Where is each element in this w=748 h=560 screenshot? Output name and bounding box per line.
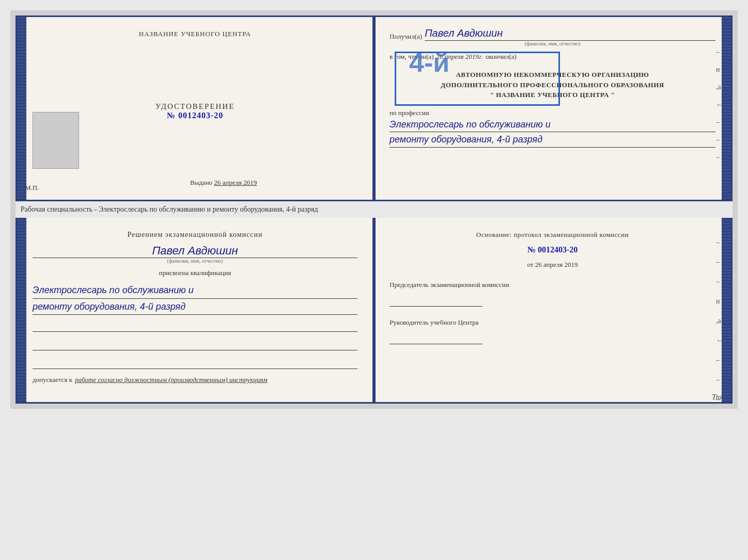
допускается-line: допускается к работе согласно должностны… [33, 376, 357, 384]
chairman-sig-line [389, 292, 482, 307]
qual-hw-line1: Электрослесарь по обслуживанию и [33, 282, 357, 299]
blank-line-2 [33, 340, 357, 350]
blank-line-1 [33, 322, 357, 332]
photo-placeholder [33, 112, 79, 169]
director-title: Руководитель учебного Центра [389, 318, 715, 327]
top-booklet: НАЗВАНИЕ УЧЕБНОГО ЦЕНТРА УДОСТОВЕРЕНИЕ №… [15, 15, 733, 201]
person-name: Павел Авдюшин [33, 244, 357, 258]
director-block: Руководитель учебного Центра [389, 318, 715, 344]
bottom-left-page: Решением экзаменационной комиссии Павел … [17, 218, 374, 402]
mp-label: М.П. [25, 184, 39, 192]
recipient-block: Получил(а) Павел Авдюшин (фамилия, имя, … [389, 27, 715, 46]
recipient-line: Получил(а) Павел Авдюшин [389, 27, 715, 41]
date-completed-line: в том, что он(а) 26 апреля 2019г. окончи… [389, 53, 715, 61]
document-container: НАЗВАНИЕ УЧЕБНОГО ЦЕНТРА УДОСТОВЕРЕНИЕ №… [10, 10, 738, 409]
issued-date: 26 апреля 2019 [214, 179, 257, 186]
допускается-label: допускается к [33, 376, 72, 384]
binding-right-bottom [722, 218, 731, 402]
top-right-page: Получил(а) Павел Авдюшин (фамилия, имя, … [374, 17, 731, 200]
org-line3: " НАЗВАНИЕ УЧЕБНОГО ЦЕНТРА " [389, 90, 715, 100]
blank-line-3 [33, 359, 357, 369]
qualification-block: Электрослесарь по обслуживанию и ремонту… [33, 282, 357, 315]
received-label: Получил(а) [389, 33, 422, 41]
basis-title: Основание: протокол экзаменационной коми… [389, 231, 715, 239]
org-line2: ДОПОЛНИТЕЛЬНОГО ПРОФЕССИОНАЛЬНОГО ОБРАЗО… [389, 80, 715, 90]
completed-label: окончил(а) [486, 53, 517, 61]
tto-text: Tto [712, 393, 722, 402]
issued-label: Выдано [190, 179, 212, 186]
in-that-label: в том, что он(а) [389, 53, 434, 61]
cert-title-block: УДОСТОВЕРЕНИЕ № 0012403-20 [155, 102, 235, 120]
person-block: Павел Авдюшин (фамилия, имя, отчество) [33, 244, 357, 264]
fio-caption-top: (фамилия, имя, отчество) [389, 41, 715, 46]
допускается-value: работе согласно должностным (производств… [75, 376, 267, 384]
binding-right [722, 17, 731, 200]
date-from-label: от [527, 261, 533, 268]
bottom-right-page: Основание: протокол экзаменационной коми… [374, 218, 731, 402]
fio-sub-bottom: (фамилия, имя, отчество) [33, 258, 357, 264]
issued-line: Выдано 26 апреля 2019 [190, 179, 257, 187]
profession-hw-line2: ремонту оборудования, 4-й разряд [389, 132, 715, 148]
date-from-value: 26 апреля 2019 [535, 261, 578, 268]
cert-label: УДОСТОВЕРЕНИЕ [155, 102, 235, 111]
qual-hw-line2: ремонту оборудования, 4-й разряд [33, 299, 357, 315]
training-center-title-left: НАЗВАНИЕ УЧЕБНОГО ЦЕНТРА [139, 30, 251, 38]
top-left-page: НАЗВАНИЕ УЧЕБНОГО ЦЕНТРА УДОСТОВЕРЕНИЕ №… [17, 17, 374, 200]
exam-commission-title: Решением экзаменационной комиссии [33, 231, 357, 239]
profession-label: по профессии [389, 109, 715, 117]
profession-block: по профессии Электрослесарь по обслужива… [389, 109, 715, 148]
chairman-block: Председатель экзаменационной комиссии [389, 280, 715, 307]
stamp-org-block: 4-й АВТОНОМНУЮ НЕКОММЕРЧЕСКУЮ ОРГАНИЗАЦИ… [389, 70, 715, 100]
director-sig-line [389, 330, 482, 344]
date-from-line: от 26 апреля 2019 [389, 261, 715, 269]
profession-hw-line1: Электрослесарь по обслуживанию и [389, 117, 715, 133]
bottom-booklet: Решением экзаменационной комиссии Павел … [15, 218, 733, 404]
completed-date: 26 апреля 2019г. [437, 53, 483, 61]
protocol-number: № 0012403-20 [389, 245, 715, 254]
recipient-name: Павел Авдюшин [425, 27, 715, 41]
org-line1: АВТОНОМНУЮ НЕКОММЕРЧЕСКУЮ ОРГАНИЗАЦИЮ [389, 70, 715, 80]
chairman-title: Председатель экзаменационной комиссии [389, 280, 715, 290]
between-text: Рабочая специальность - Электрослесарь п… [15, 201, 733, 218]
assigned-text: присвоена квалификация [33, 269, 357, 277]
cert-number: № 0012403-20 [155, 111, 235, 120]
